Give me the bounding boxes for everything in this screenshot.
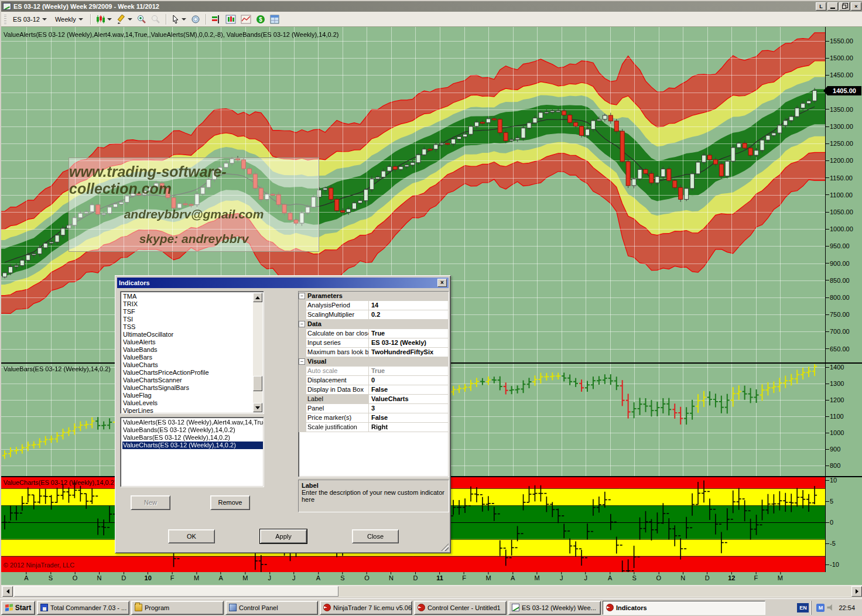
property-value[interactable]: True — [369, 329, 449, 338]
group-collapse-box[interactable] — [299, 348, 306, 357]
property-row[interactable]: Visual — [299, 357, 449, 367]
property-row[interactable]: Input series ES 03-12 (Weekly) — [299, 338, 449, 348]
overlay-button[interactable] — [238, 13, 254, 25]
group-collapse-box[interactable] — [299, 357, 306, 366]
minimize-button[interactable] — [827, 2, 838, 11]
property-row[interactable]: Auto scale True — [299, 367, 449, 376]
instrument-selector[interactable]: ES 03-12 — [9, 14, 51, 25]
list-item[interactable]: ViperLines — [122, 407, 263, 414]
property-row[interactable]: Price marker(s) False — [299, 413, 449, 423]
group-collapse-box[interactable] — [299, 301, 306, 310]
list-item[interactable]: TSS — [122, 323, 263, 331]
list-item[interactable]: ValueBars — [122, 354, 263, 361]
grid-view-button[interactable] — [268, 13, 282, 25]
list-item[interactable]: TMA — [122, 293, 263, 300]
group-collapse-box[interactable] — [299, 320, 306, 328]
time-axis[interactable]: ASOND10FMAMJJASOND11FMAMJJASOND12FM — [1, 572, 862, 584]
property-value[interactable]: TwoHundredFiftySix — [369, 348, 449, 357]
list-item[interactable]: ValueCharts — [122, 361, 263, 369]
property-row[interactable]: AnalysisPeriod 14 — [299, 301, 449, 310]
group-collapse-box[interactable] — [299, 338, 306, 347]
apply-button[interactable]: Apply — [260, 529, 307, 543]
property-row[interactable]: Data — [299, 320, 449, 329]
property-value[interactable]: False — [369, 413, 449, 422]
configured-indicators-list[interactable]: ValueAlerts(ES 03-12 (Weekly),Alert4.wav… — [120, 417, 264, 487]
remove-button[interactable]: Remove — [210, 495, 250, 510]
property-row[interactable]: Displacement 0 — [299, 376, 449, 385]
list-item[interactable]: ValueBands(ES 03-12 (Weekly),14,0.2) — [122, 426, 263, 434]
property-row[interactable]: Scale justification Right — [299, 423, 449, 432]
scrollbar-thumb[interactable] — [14, 586, 338, 597]
cursor-tool-button[interactable] — [169, 13, 189, 25]
group-collapse-box[interactable] — [299, 404, 306, 413]
scroll-up-button[interactable] — [253, 293, 262, 302]
magnifier-button[interactable] — [189, 13, 203, 25]
list-scrollbar[interactable] — [253, 293, 262, 412]
property-value[interactable]: 14 — [369, 301, 449, 310]
scroll-down-button[interactable] — [253, 403, 262, 412]
group-collapse-box[interactable] — [299, 395, 306, 403]
price-axis[interactable]: 1550.001500.001450.001400.001350.001300.… — [825, 27, 862, 572]
data-series-button[interactable] — [209, 13, 223, 25]
property-row[interactable]: Panel 3 — [299, 404, 449, 413]
period-selector[interactable]: Weekly — [51, 14, 87, 25]
taskbar-button[interactable]: ES 03-12 (Weekly) Wee... — [508, 601, 601, 615]
window-titlebar[interactable]: ES 03-12 (Weekly) Week 29/2009 - Week 11… — [1, 1, 862, 12]
scroll-right-button[interactable] — [851, 586, 862, 597]
taskbar-button[interactable]: Control Center - Untitled1 — [414, 601, 507, 615]
list-item[interactable]: ValueBars(ES 03-12 (Weekly),14,0.2) — [122, 434, 263, 442]
list-item[interactable]: TSF — [122, 308, 263, 316]
property-row[interactable]: Maximum bars look ba TwoHundredFiftySix — [299, 348, 449, 357]
dialog-titlebar[interactable]: Indicators × — [117, 278, 449, 288]
list-item[interactable]: ValueAlerts — [122, 338, 263, 346]
group-collapse-box[interactable] — [299, 385, 306, 394]
group-collapse-box[interactable] — [299, 413, 306, 422]
property-value[interactable]: 0 — [369, 376, 449, 385]
scrollbar-thumb[interactable] — [253, 376, 262, 391]
account-button[interactable]: $ — [254, 13, 268, 25]
property-value[interactable]: Right — [369, 423, 449, 432]
chart-panel-button[interactable] — [223, 13, 238, 25]
property-value[interactable]: ValueCharts — [369, 395, 449, 403]
taskbar-button[interactable]: NinjaTrader 7 lic.emu v5.06 — [320, 601, 412, 615]
close-dialog-button[interactable]: Close — [352, 529, 399, 543]
tray-app-icon[interactable]: M — [816, 604, 825, 612]
group-collapse-box[interactable] — [299, 376, 306, 385]
property-grid[interactable]: Parameters AnalysisPeriod 14 ScalingMult… — [298, 291, 449, 477]
group-collapse-box[interactable] — [299, 367, 306, 375]
taskbar-button[interactable]: Total Commander 7.03 - ... — [37, 601, 129, 615]
list-item[interactable]: ValueChartsPriceActionProfile — [122, 369, 263, 377]
property-row[interactable]: Label ValueCharts — [299, 395, 449, 404]
resize-grip[interactable] — [441, 543, 449, 551]
list-item[interactable]: TRIX — [122, 300, 263, 308]
group-collapse-box[interactable] — [299, 292, 306, 300]
property-value[interactable]: ES 03-12 (Weekly) — [369, 338, 449, 347]
volume-icon[interactable] — [827, 604, 834, 611]
group-collapse-box[interactable] — [299, 310, 306, 319]
toolbar-grip[interactable] — [4, 14, 6, 25]
list-item[interactable]: ValueAlerts(ES 03-12 (Weekly),Alert4.wav… — [122, 419, 263, 426]
property-value[interactable]: False — [369, 385, 449, 394]
property-row[interactable]: Parameters — [299, 292, 449, 301]
property-value[interactable]: 3 — [369, 404, 449, 413]
list-item[interactable]: ValueChartsSignalBars — [122, 384, 263, 392]
start-button[interactable]: Start — [1, 601, 35, 615]
zoom-in-button[interactable] — [135, 13, 149, 25]
language-indicator[interactable]: EN — [797, 603, 809, 612]
taskbar-button[interactable]: Indicators — [603, 601, 765, 615]
scroll-left-button[interactable] — [2, 586, 13, 597]
list-item[interactable]: ValueCharts(ES 03-12 (Weekly),14,0.2) — [122, 442, 263, 449]
list-item[interactable]: UltimateOscillator — [122, 331, 263, 338]
available-indicators-list[interactable]: TMATRIXTSFTSITSSUltimateOscillatorValueA… — [120, 291, 264, 414]
chart-style-button[interactable] — [94, 13, 114, 25]
property-value[interactable]: 0.2 — [369, 310, 449, 319]
property-row[interactable]: Calculate on bar close True — [299, 329, 449, 338]
property-row[interactable]: Display in Data Box False — [299, 385, 449, 395]
restore-button[interactable] — [839, 2, 850, 11]
group-collapse-box[interactable] — [299, 423, 306, 432]
custom-l-button[interactable]: L — [816, 2, 826, 11]
list-item[interactable]: ValueFlag — [122, 392, 263, 399]
scrollbar-track[interactable] — [338, 586, 853, 597]
list-item[interactable]: TSI — [122, 316, 263, 323]
list-item[interactable]: ValueBands — [122, 346, 263, 354]
